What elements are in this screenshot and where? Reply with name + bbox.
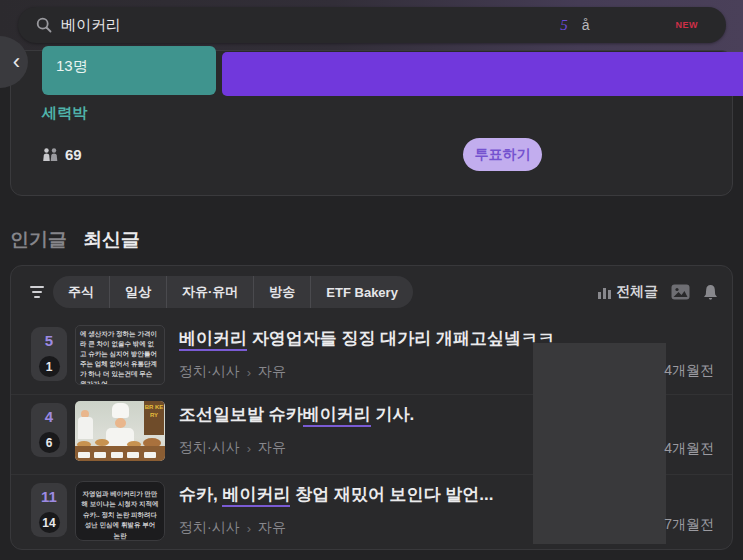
post-thumbnail-chef-photo[interactable]: BR KE RY — [75, 401, 165, 461]
rank-number: 11 — [41, 488, 57, 505]
breadcrumb-separator: › — [247, 521, 251, 536]
image-filter-icon[interactable] — [671, 284, 690, 300]
comment-count-badge: 14 — [39, 512, 60, 533]
app-screen: 13명 ‹ 세력박 69 투표하기 베이커리 5 å NEW 인기글 최신글 — [0, 0, 743, 560]
category-chips: 주식 일상 자유·유머 방송 ETF Bakery — [53, 276, 413, 308]
breadcrumb-separator: › — [247, 441, 251, 456]
poll-option-count: 13명 — [56, 57, 88, 74]
board-card: 주식 일상 자유·유머 방송 ETF Bakery 전체글 — [10, 265, 733, 550]
category-label[interactable]: 정치·시사 — [179, 439, 240, 457]
bakery-sign: BR KE RY — [144, 401, 164, 435]
tab-latest-posts[interactable]: 최신글 — [83, 227, 140, 253]
poll-option-bar-teal[interactable]: 13명 — [42, 46, 216, 95]
chip-broadcast[interactable]: 방송 — [253, 276, 310, 308]
poll-option-label: 세력박 — [42, 104, 87, 123]
chip-etf-bakery[interactable]: ETF Bakery — [310, 276, 413, 308]
post-title[interactable]: 슈카, 베이커리 창업 재밌어 보인다 발언... — [179, 483, 494, 506]
section-tabs: 인기글 최신글 — [10, 227, 140, 253]
new-badge: NEW — [676, 20, 699, 30]
post-category: 정치·시사 › 자유 — [179, 519, 494, 537]
chevron-left-icon: ‹ — [13, 49, 20, 75]
post-title[interactable]: 베이커리 자영업자들 징징 대가리 개패고싶넼ㅋㅋ — [179, 327, 555, 350]
rank-badge: 11 14 — [31, 483, 67, 537]
subcategory-label[interactable]: 자유 — [258, 363, 286, 381]
chip-daily[interactable]: 일상 — [109, 276, 166, 308]
post-timestamp: 7개월전 — [664, 516, 714, 534]
category-label[interactable]: 정치·시사 — [179, 519, 240, 537]
filter-icon[interactable] — [29, 286, 45, 298]
post-main: 조선일보발 슈카베이커리 기사. 정치·시사 › 자유 — [179, 403, 414, 473]
post-main: 베이커리 자영업자들 징징 대가리 개패고싶넼ㅋㅋ 정치·시사 › 자유 — [179, 327, 555, 393]
post-thumbnail[interactable]: 에 생산자가 정하는 가격이라 큰 차이 없을수 밖에 없고 슈카는 심지어 방… — [75, 325, 165, 385]
view-all-button[interactable]: 전체글 — [598, 283, 658, 301]
poll-voters: 69 — [42, 146, 82, 163]
post-title[interactable]: 조선일보발 슈카베이커리 기사. — [179, 403, 414, 426]
voters-count: 69 — [65, 146, 82, 163]
comment-count-badge: 1 — [39, 356, 60, 377]
post-timestamp: 4개월전 — [664, 440, 714, 458]
search-glyph: å — [582, 17, 590, 33]
subcategory-label[interactable]: 자유 — [258, 519, 286, 537]
bar-chart-icon — [598, 286, 612, 299]
board-toolbar: 전체글 — [598, 280, 718, 304]
rank-number: 4 — [45, 408, 53, 425]
search-icon — [36, 17, 52, 33]
poll-option-bar-purple[interactable] — [222, 52, 743, 96]
comment-count-badge: 6 — [39, 432, 60, 453]
vote-button[interactable]: 투표하기 — [463, 138, 542, 171]
chip-stocks[interactable]: 주식 — [53, 276, 109, 308]
rank-badge: 5 1 — [31, 327, 67, 381]
bell-icon[interactable] — [703, 284, 718, 301]
chef-hat — [112, 403, 129, 418]
post-main: 슈카, 베이커리 창업 재밌어 보인다 발언... 정치·시사 › 자유 — [179, 483, 494, 546]
highlighted-keyword: 베이커리 — [303, 405, 371, 427]
breadcrumb-separator: › — [247, 365, 251, 380]
post-category: 정치·시사 › 자유 — [179, 439, 414, 457]
post-thumbnail[interactable]: 자영업과 베이커리가 만만해 보이냐는 시청자 지적에 슈카.. 정치 논란 피… — [75, 481, 165, 541]
post-timestamp: 4개월전 — [664, 362, 714, 380]
search-result-count: 5 — [560, 17, 568, 34]
chef-face — [115, 418, 126, 428]
rank-badge: 4 6 — [31, 403, 67, 457]
people-icon — [42, 148, 59, 162]
search-bar[interactable]: 베이커리 5 å NEW — [18, 7, 726, 43]
tab-popular-posts[interactable]: 인기글 — [10, 227, 67, 253]
view-all-label: 전체글 — [616, 283, 658, 301]
post-category: 정치·시사 › 자유 — [179, 363, 555, 381]
highlighted-keyword: 베이커리 — [222, 485, 290, 507]
search-input[interactable]: 베이커리 — [61, 16, 560, 35]
subcategory-label[interactable]: 자유 — [258, 439, 286, 457]
rank-number: 5 — [45, 332, 53, 349]
chip-free-humor[interactable]: 자유·유머 — [166, 276, 253, 308]
highlighted-keyword: 베이커리 — [179, 329, 247, 351]
hover-overlay-panel — [533, 343, 666, 544]
category-label[interactable]: 정치·시사 — [179, 363, 240, 381]
